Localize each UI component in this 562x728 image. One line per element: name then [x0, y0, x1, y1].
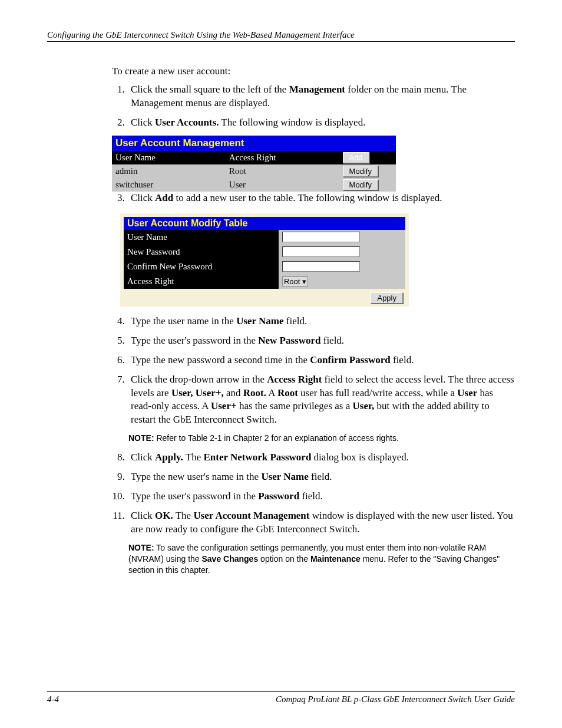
uam-title: User Account Management — [112, 136, 396, 151]
accessright-label: Access Right — [124, 274, 279, 289]
table-row: admin Root Modify — [112, 164, 396, 178]
uam-header-row: User Name Access Right Add — [112, 151, 396, 164]
step-2: Click User Accounts. The following windo… — [127, 116, 515, 130]
apply-button[interactable]: Apply — [371, 292, 403, 304]
confirm-input[interactable] — [282, 261, 360, 272]
accessright-select[interactable]: Root ▾ — [282, 276, 308, 286]
note-1: NOTE: Refer to Table 2-1 in Chapter 2 fo… — [128, 433, 515, 444]
newpassword-label: New Password — [124, 245, 279, 259]
step-10: Type the user's password in the Password… — [127, 490, 515, 503]
modify-title: User Account Modify Table — [124, 217, 405, 230]
step-1: Click the small square to the left of th… — [127, 83, 515, 110]
footer-doc-title: Compaq ProLiant BL p-Class GbE Interconn… — [276, 694, 515, 704]
username-label: User Name — [124, 230, 279, 245]
step-3: Click Add to add a new user to the table… — [127, 192, 515, 205]
modify-button[interactable]: Modify — [343, 179, 378, 190]
step-5: Type the user's password in the New Pass… — [127, 334, 515, 348]
step-11: Click OK. The User Account Management wi… — [127, 509, 515, 536]
step-6: Type the new password a second time in t… — [127, 354, 515, 367]
user-account-mgmt-figure: User Account Management User Name Access… — [112, 136, 396, 192]
add-button[interactable]: Add — [343, 152, 369, 163]
step-9: Type the new user's name in the User Nam… — [127, 470, 515, 484]
modify-button[interactable]: Modify — [343, 166, 378, 177]
intro-text: To create a new user account: — [112, 65, 515, 77]
newpassword-input[interactable] — [282, 246, 360, 257]
chevron-down-icon: ▾ — [302, 277, 306, 286]
confirm-label: Confirm New Password — [124, 259, 279, 274]
page-number: 4-4 — [47, 694, 59, 704]
running-header: Configuring the GbE Interconnect Switch … — [47, 30, 355, 39]
username-input[interactable] — [282, 232, 360, 242]
step-7: Click the drop-down arrow in the Access … — [127, 373, 515, 427]
step-4: Type the user name in the User Name fiel… — [127, 315, 515, 328]
step-8: Click Apply. The Enter Network Password … — [127, 451, 515, 465]
table-row: switchuser User Modify — [112, 178, 396, 192]
user-account-modify-figure: User Account Modify Table User Name New … — [120, 213, 409, 307]
note-2: NOTE: To save the configuration settings… — [128, 542, 515, 576]
